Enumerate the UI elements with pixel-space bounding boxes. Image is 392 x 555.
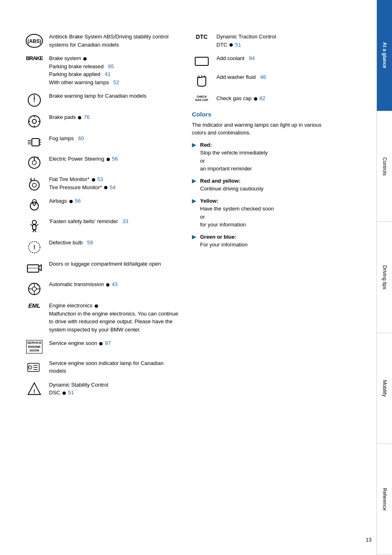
add-coolant-icon: [192, 54, 212, 67]
entry-eps: ! Electric Power Steering 56: [24, 155, 180, 170]
tire-text: Flat Tire Monitor* 53 Tire Pressure Moni…: [49, 175, 180, 191]
service-engine-canada-text: Service engine soon indicator lamp for C…: [49, 359, 180, 375]
svg-rect-32: [33, 225, 36, 230]
svg-text:!: !: [33, 96, 35, 103]
entry-add-washer: Add washer fluid 46: [192, 73, 331, 89]
arrow-icon-green-blue: ▶: [192, 233, 198, 240]
airbags-icon: [24, 197, 44, 212]
svg-text:!: !: [33, 388, 35, 394]
arrow-icon-yellow: ▶: [192, 197, 198, 204]
svg-point-6: [32, 119, 36, 123]
svg-line-36: [36, 224, 38, 226]
defective-bulb-text: Defective bulb 59: [49, 239, 180, 247]
brake-pads-text: Brake pads 76: [49, 113, 180, 121]
svg-text:!: !: [33, 244, 36, 251]
svg-text:!: !: [37, 156, 39, 161]
color-yellow-text: Yellow: Have the system checked soon or …: [200, 197, 274, 229]
eps-text: Electric Power Steering 56: [49, 155, 180, 163]
svg-line-56: [198, 76, 200, 77]
entry-dsc: ! Dynamic Stability Control DSC 51: [24, 381, 180, 397]
seatbelts-icon: [24, 217, 44, 233]
entry-dtc: DTC Dynamic Traction Control DTC 51: [192, 33, 331, 49]
dsc-text: Dynamic Stability Control DSC 51: [49, 381, 180, 397]
sidebar-section-driving-tips[interactable]: Driving tips: [377, 222, 392, 333]
svg-point-19: [32, 161, 36, 165]
entry-airbags: Airbags 56: [24, 197, 180, 212]
brake-warning-text: Brake warning lamp for Canadian models: [49, 92, 180, 100]
entry-brake: BRAKE Brake system Parking brake release…: [24, 54, 180, 86]
entry-service-engine-canada: Service engine soon indicator lamp for C…: [24, 359, 180, 375]
color-red-yellow-text: Red and yellow: Continue driving cautiou…: [200, 177, 263, 193]
svg-rect-11: [32, 139, 39, 146]
add-coolant-text: Add coolant 94: [216, 54, 331, 63]
arrow-icon-red: ▶: [192, 141, 198, 148]
service-engine-icon: SERVICEENGINESOON: [24, 339, 44, 354]
brake-pads-icon: [24, 113, 44, 129]
color-red-yellow: ▶ Red and yellow: Continue driving cauti…: [192, 177, 331, 193]
entry-add-coolant: Add coolant 94: [192, 54, 331, 67]
fog-lamps-icon: [24, 134, 44, 149]
service-engine-canada-icon: [24, 359, 44, 374]
entry-brake-warning: ! Brake warning lamp for Canadian models: [24, 92, 180, 107]
svg-rect-39: [27, 265, 39, 272]
entry-abs: (ABS) Antilock Brake System ABS/Driving …: [24, 33, 180, 49]
entry-tire: ! Flat Tire Monitor* 53 Tire Pressure Mo…: [24, 175, 180, 191]
abs-icon: (ABS): [24, 33, 44, 48]
seatbelts-text: 'Fasten safety belts' reminder 33: [49, 217, 180, 226]
defective-bulb-icon: !: [24, 239, 44, 254]
add-washer-icon: [192, 73, 212, 89]
eml-text: Engine electronics Malfunction in the en…: [49, 302, 180, 333]
svg-point-31: [32, 220, 36, 224]
add-washer-text: Add washer fluid 46: [216, 73, 331, 81]
eps-icon: !: [24, 155, 44, 170]
entry-eml: EML Engine electronics Malfunction in th…: [24, 302, 180, 333]
sidebar-section-reference[interactable]: Reference: [377, 444, 392, 555]
tire-icon: !: [24, 175, 44, 191]
dsc-icon: !: [24, 381, 44, 396]
colors-title: Colors: [192, 111, 331, 118]
svg-point-49: [29, 366, 32, 369]
brake-text: Brake system Parking brake released 95 P…: [49, 54, 180, 86]
service-engine-text: Service engine soon 97: [49, 339, 180, 347]
entry-brake-pads: Brake pads 76: [24, 113, 180, 129]
svg-point-5: [29, 116, 40, 127]
doors-icon: [24, 260, 44, 275]
entry-defective-bulb: ! Defective bulb 59: [24, 239, 180, 254]
auto-trans-icon: !: [24, 280, 44, 296]
sidebar: At a glance Controls Driving tips Mobili…: [376, 0, 392, 555]
arrow-icon-red-yellow: ▶: [192, 177, 198, 184]
colors-intro: The indicator and warning lamps can ligh…: [192, 121, 331, 137]
svg-rect-55: [195, 57, 208, 65]
sidebar-section-at-a-glance[interactable]: At a glance: [377, 0, 392, 111]
entry-seatbelts: 'Fasten safety belts' reminder 33: [24, 217, 180, 233]
brake-warning-icon: !: [24, 92, 44, 107]
color-red-text: Red: Stop the vehicle immediately or an …: [200, 141, 267, 173]
color-green-blue-text: Green or blue: For your information: [200, 233, 247, 249]
check-gas-icon: CHECKGAS CAP: [192, 94, 212, 102]
check-gas-text: Check gas cap 82: [216, 94, 331, 103]
entry-doors: Doors or luggage compartment lid/tailgat…: [24, 260, 180, 275]
color-red: ▶ Red: Stop the vehicle immediately or a…: [192, 141, 331, 173]
color-green-blue: ▶ Green or blue: For your information: [192, 233, 331, 249]
brake-icon: BRAKE: [24, 54, 44, 61]
airbags-text: Airbags 56: [49, 197, 180, 205]
entry-auto-trans: ! Automatic transmission 43: [24, 280, 180, 296]
svg-line-35: [30, 224, 33, 226]
svg-point-23: [32, 183, 36, 187]
doors-text: Doors or luggage compartment lid/tailgat…: [49, 260, 180, 268]
sidebar-section-mobility[interactable]: Mobility: [377, 333, 392, 444]
auto-trans-text: Automatic transmission 43: [49, 280, 180, 289]
fog-lamps-text: Fog lamps 60: [49, 134, 180, 143]
eml-icon: EML: [24, 302, 44, 309]
svg-text:!: !: [33, 177, 35, 182]
colors-section: Colors The indicator and warning lamps c…: [192, 111, 331, 249]
entry-service-engine: SERVICEENGINESOON Service engine soon 97: [24, 339, 180, 354]
dtc-icon: DTC: [192, 33, 212, 40]
entry-fog-lamps: Fog lamps 60: [24, 134, 180, 149]
abs-text: Antilock Brake System ABS/Driving stabil…: [49, 33, 180, 49]
dtc-text: Dynamic Traction Control DTC 51: [216, 33, 331, 49]
svg-text:!: !: [37, 283, 38, 287]
color-yellow: ▶ Yellow: Have the system checked soon o…: [192, 197, 331, 229]
svg-point-42: [32, 287, 36, 291]
sidebar-section-controls[interactable]: Controls: [377, 111, 392, 222]
